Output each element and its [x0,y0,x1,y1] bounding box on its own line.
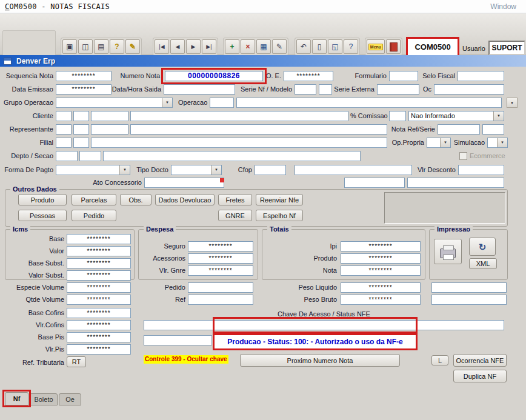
representante-field-1[interactable] [56,124,72,135]
icms-valor-subst-field[interactable]: ******** [67,270,131,281]
grupo-operacao-combo[interactable] [56,98,173,108]
cfop-field[interactable] [255,165,286,175]
icms-base-subst-field[interactable]: ******** [67,258,131,268]
pessoas-button[interactable]: Pessoas [18,210,67,221]
undo-button[interactable]: ↶ [296,39,311,54]
chave-acesso-field[interactable] [144,320,504,330]
tab-boleto[interactable]: Boleto [30,393,58,405]
last-record-button[interactable]: ▶| [202,39,216,54]
delete-record-button[interactable]: × [241,39,255,54]
rt-button[interactable]: RT [67,356,86,367]
insert-record-button[interactable]: + [225,39,239,54]
comissao-combo[interactable]: Nao Informado [408,111,504,121]
ipi-field[interactable]: ******** [341,241,421,252]
operacao-desc-field[interactable] [236,98,502,108]
operacao-dropdown-button[interactable]: ▼ [507,98,518,108]
ocorrencia-nfe-button[interactable]: Ocorrencia NFE [453,354,507,367]
save-button[interactable]: ▣ [62,39,77,54]
help2-button[interactable]: ? [344,39,358,54]
dados-devolucao-button[interactable]: Dados Devolucao [155,194,215,205]
impressao-field-1[interactable] [431,282,507,293]
next-record-button[interactable]: ▶ [186,39,201,54]
representante-nome-field[interactable] [130,124,387,135]
selo-fiscal-field[interactable] [458,71,504,81]
sequencia-nota-field[interactable]: ******** [56,71,112,81]
impressao-field-2[interactable] [431,295,507,305]
cfop-desc-field[interactable] [295,165,412,175]
tab-nf[interactable]: Nf [5,392,28,405]
peso-liquido-field[interactable]: ******** [341,282,421,293]
aux-field-1[interactable] [344,178,405,188]
pedido-button[interactable]: Pedido [72,210,116,221]
first-record-button[interactable]: |◀ [155,39,169,54]
secao-field[interactable] [79,151,101,161]
numero-nota-field[interactable]: 000000008826 [165,71,263,81]
data-emissao-field[interactable]: ******** [56,84,112,95]
prev-record-button[interactable]: ◀ [170,39,185,54]
nota-ref-serie-field[interactable] [482,124,504,135]
cliente-field-2[interactable] [73,111,89,121]
totais-produto-field[interactable]: ******** [341,253,421,264]
imprimir-button[interactable] [434,239,462,264]
obs-button[interactable]: Obs. [120,194,151,205]
serie-nf-field[interactable] [295,84,316,95]
help-edit-button[interactable]: ✎ [125,39,140,54]
espelho-nf-button[interactable]: Espelho Nf [256,210,303,221]
base-cofins-field[interactable]: ******** [67,308,131,318]
representante-field-3[interactable] [91,124,128,135]
seguro-field[interactable]: ******** [188,241,253,252]
cliente-field-1[interactable] [56,111,72,121]
query-button[interactable]: ▦ [256,39,271,54]
base-pis-field[interactable]: ******** [67,332,131,342]
simulacao-combo[interactable] [487,138,508,148]
gnre-button[interactable]: GNRE [218,210,252,221]
ato-concessorio-field[interactable] [144,178,224,188]
vlr-gnre-field[interactable]: ******** [188,265,253,276]
peso-bruto-field[interactable]: ******** [341,295,421,305]
produto-button[interactable]: Produto [18,194,67,205]
data-hora-saida-field[interactable] [164,84,235,95]
aux-field-2[interactable] [407,178,504,188]
modelo-field[interactable] [319,84,332,95]
duplica-nf-button[interactable]: Duplica NF [453,370,507,382]
especie-volume-field[interactable]: ******** [67,282,131,293]
op-propria-combo[interactable] [427,138,451,148]
reenviar-nfe-button[interactable]: Reenviar Nfe [256,194,303,205]
exit-button[interactable] [386,39,401,54]
filial-nome-field[interactable] [91,138,387,148]
filial-field-2[interactable] [73,138,89,148]
oe-field[interactable]: ******** [284,71,333,81]
cliente-nome-field[interactable] [130,111,348,121]
depto-secao-desc-field[interactable] [103,151,361,161]
menu-button[interactable]: Menu [367,39,385,54]
acessorios-field[interactable]: ******** [188,253,253,264]
parcelas-button[interactable]: Parcelas [72,194,116,205]
vlr-pis-field[interactable]: ******** [67,344,131,355]
forma-pagto-combo[interactable] [56,165,130,175]
depto-field[interactable] [56,151,78,161]
fretes-button[interactable]: Fretes [218,194,252,205]
representante-field-2[interactable] [73,124,89,135]
ecommerce-checkbox[interactable] [459,152,467,160]
filial-field-1[interactable] [56,138,72,148]
comissao-field[interactable] [389,111,406,121]
help-button[interactable]: ? [110,39,124,54]
formulario-field[interactable] [389,71,418,81]
edit-button[interactable]: ✎ [272,39,287,54]
clipboard-button[interactable]: ▯ [312,39,327,54]
window-menu[interactable]: Window [490,2,516,11]
operacao-code-field[interactable] [210,98,234,108]
l-button[interactable]: L [431,355,448,365]
icms-base-field[interactable]: ******** [67,234,131,244]
vlr-cofins-field[interactable]: ******** [67,320,131,330]
tab-oe[interactable]: Oe [59,393,81,405]
nota-ref-field[interactable] [438,124,480,135]
icms-valor-field[interactable]: ******** [67,246,131,256]
ref-field[interactable] [188,295,253,305]
xml-button[interactable]: XML [469,258,497,269]
totais-nota-field[interactable]: ******** [341,265,421,276]
preview-button[interactable]: ◫ [78,39,93,54]
imprimir-xml-button[interactable]: ↻ [469,238,496,256]
proximo-numero-nota-button[interactable]: Proximo Numero Nota [240,354,400,367]
oc-field[interactable] [434,84,504,95]
